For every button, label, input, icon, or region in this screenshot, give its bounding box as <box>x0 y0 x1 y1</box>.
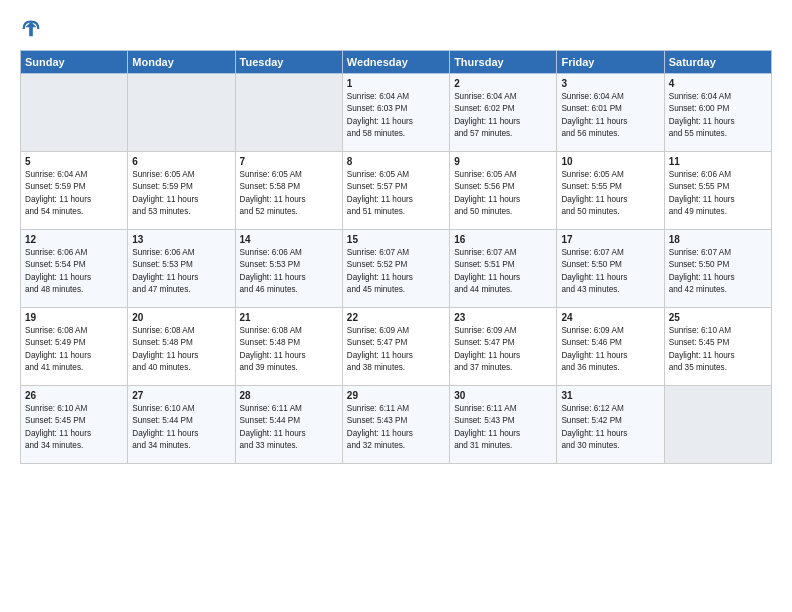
day-info: Sunrise: 6:04 AM Sunset: 6:01 PM Dayligh… <box>561 91 659 140</box>
day-number: 10 <box>561 156 659 167</box>
calendar-day-cell: 29Sunrise: 6:11 AM Sunset: 5:43 PM Dayli… <box>342 386 449 464</box>
weekday-header: Friday <box>557 51 664 74</box>
calendar-day-cell: 22Sunrise: 6:09 AM Sunset: 5:47 PM Dayli… <box>342 308 449 386</box>
day-number: 25 <box>669 312 767 323</box>
day-info: Sunrise: 6:04 AM Sunset: 6:00 PM Dayligh… <box>669 91 767 140</box>
day-number: 15 <box>347 234 445 245</box>
day-info: Sunrise: 6:12 AM Sunset: 5:42 PM Dayligh… <box>561 403 659 452</box>
day-number: 31 <box>561 390 659 401</box>
calendar-day-cell: 18Sunrise: 6:07 AM Sunset: 5:50 PM Dayli… <box>664 230 771 308</box>
day-info: Sunrise: 6:06 AM Sunset: 5:53 PM Dayligh… <box>240 247 338 296</box>
day-number: 2 <box>454 78 552 89</box>
weekday-header: Tuesday <box>235 51 342 74</box>
day-number: 30 <box>454 390 552 401</box>
day-info: Sunrise: 6:06 AM Sunset: 5:53 PM Dayligh… <box>132 247 230 296</box>
day-number: 7 <box>240 156 338 167</box>
calendar-day-cell: 17Sunrise: 6:07 AM Sunset: 5:50 PM Dayli… <box>557 230 664 308</box>
calendar-day-cell: 6Sunrise: 6:05 AM Sunset: 5:59 PM Daylig… <box>128 152 235 230</box>
page-header <box>20 18 772 40</box>
day-number: 13 <box>132 234 230 245</box>
day-info: Sunrise: 6:07 AM Sunset: 5:50 PM Dayligh… <box>561 247 659 296</box>
calendar-day-cell: 27Sunrise: 6:10 AM Sunset: 5:44 PM Dayli… <box>128 386 235 464</box>
header-row: SundayMondayTuesdayWednesdayThursdayFrid… <box>21 51 772 74</box>
calendar-day-cell <box>235 74 342 152</box>
calendar-day-cell: 3Sunrise: 6:04 AM Sunset: 6:01 PM Daylig… <box>557 74 664 152</box>
calendar-week-row: 1Sunrise: 6:04 AM Sunset: 6:03 PM Daylig… <box>21 74 772 152</box>
day-number: 14 <box>240 234 338 245</box>
day-number: 8 <box>347 156 445 167</box>
day-info: Sunrise: 6:05 AM Sunset: 5:59 PM Dayligh… <box>132 169 230 218</box>
calendar-day-cell: 26Sunrise: 6:10 AM Sunset: 5:45 PM Dayli… <box>21 386 128 464</box>
calendar-day-cell: 16Sunrise: 6:07 AM Sunset: 5:51 PM Dayli… <box>450 230 557 308</box>
calendar-day-cell: 28Sunrise: 6:11 AM Sunset: 5:44 PM Dayli… <box>235 386 342 464</box>
calendar-day-cell: 23Sunrise: 6:09 AM Sunset: 5:47 PM Dayli… <box>450 308 557 386</box>
day-info: Sunrise: 6:10 AM Sunset: 5:44 PM Dayligh… <box>132 403 230 452</box>
day-info: Sunrise: 6:06 AM Sunset: 5:55 PM Dayligh… <box>669 169 767 218</box>
calendar-day-cell: 2Sunrise: 6:04 AM Sunset: 6:02 PM Daylig… <box>450 74 557 152</box>
day-number: 5 <box>25 156 123 167</box>
calendar-day-cell: 13Sunrise: 6:06 AM Sunset: 5:53 PM Dayli… <box>128 230 235 308</box>
calendar-day-cell: 31Sunrise: 6:12 AM Sunset: 5:42 PM Dayli… <box>557 386 664 464</box>
calendar-day-cell: 19Sunrise: 6:08 AM Sunset: 5:49 PM Dayli… <box>21 308 128 386</box>
day-number: 22 <box>347 312 445 323</box>
weekday-header: Sunday <box>21 51 128 74</box>
day-info: Sunrise: 6:08 AM Sunset: 5:49 PM Dayligh… <box>25 325 123 374</box>
day-info: Sunrise: 6:07 AM Sunset: 5:51 PM Dayligh… <box>454 247 552 296</box>
calendar-day-cell: 8Sunrise: 6:05 AM Sunset: 5:57 PM Daylig… <box>342 152 449 230</box>
calendar-day-cell: 5Sunrise: 6:04 AM Sunset: 5:59 PM Daylig… <box>21 152 128 230</box>
day-number: 6 <box>132 156 230 167</box>
logo-icon <box>20 18 42 40</box>
day-number: 1 <box>347 78 445 89</box>
calendar-day-cell: 24Sunrise: 6:09 AM Sunset: 5:46 PM Dayli… <box>557 308 664 386</box>
day-info: Sunrise: 6:04 AM Sunset: 5:59 PM Dayligh… <box>25 169 123 218</box>
calendar-day-cell <box>664 386 771 464</box>
calendar-day-cell: 7Sunrise: 6:05 AM Sunset: 5:58 PM Daylig… <box>235 152 342 230</box>
day-number: 18 <box>669 234 767 245</box>
day-info: Sunrise: 6:04 AM Sunset: 6:02 PM Dayligh… <box>454 91 552 140</box>
day-number: 9 <box>454 156 552 167</box>
logo <box>20 18 46 40</box>
calendar-day-cell: 14Sunrise: 6:06 AM Sunset: 5:53 PM Dayli… <box>235 230 342 308</box>
calendar-day-cell: 25Sunrise: 6:10 AM Sunset: 5:45 PM Dayli… <box>664 308 771 386</box>
day-number: 27 <box>132 390 230 401</box>
calendar-day-cell: 21Sunrise: 6:08 AM Sunset: 5:48 PM Dayli… <box>235 308 342 386</box>
calendar-day-cell <box>128 74 235 152</box>
day-number: 24 <box>561 312 659 323</box>
day-number: 21 <box>240 312 338 323</box>
calendar-week-row: 12Sunrise: 6:06 AM Sunset: 5:54 PM Dayli… <box>21 230 772 308</box>
day-number: 26 <box>25 390 123 401</box>
day-info: Sunrise: 6:09 AM Sunset: 5:47 PM Dayligh… <box>454 325 552 374</box>
calendar-day-cell: 1Sunrise: 6:04 AM Sunset: 6:03 PM Daylig… <box>342 74 449 152</box>
calendar-week-row: 5Sunrise: 6:04 AM Sunset: 5:59 PM Daylig… <box>21 152 772 230</box>
day-info: Sunrise: 6:07 AM Sunset: 5:52 PM Dayligh… <box>347 247 445 296</box>
day-info: Sunrise: 6:11 AM Sunset: 5:43 PM Dayligh… <box>454 403 552 452</box>
day-info: Sunrise: 6:05 AM Sunset: 5:58 PM Dayligh… <box>240 169 338 218</box>
day-info: Sunrise: 6:06 AM Sunset: 5:54 PM Dayligh… <box>25 247 123 296</box>
day-info: Sunrise: 6:05 AM Sunset: 5:56 PM Dayligh… <box>454 169 552 218</box>
day-number: 23 <box>454 312 552 323</box>
day-info: Sunrise: 6:09 AM Sunset: 5:47 PM Dayligh… <box>347 325 445 374</box>
calendar-day-cell: 9Sunrise: 6:05 AM Sunset: 5:56 PM Daylig… <box>450 152 557 230</box>
day-number: 3 <box>561 78 659 89</box>
weekday-header: Thursday <box>450 51 557 74</box>
day-number: 19 <box>25 312 123 323</box>
day-info: Sunrise: 6:04 AM Sunset: 6:03 PM Dayligh… <box>347 91 445 140</box>
day-number: 4 <box>669 78 767 89</box>
weekday-header: Saturday <box>664 51 771 74</box>
calendar-day-cell: 12Sunrise: 6:06 AM Sunset: 5:54 PM Dayli… <box>21 230 128 308</box>
day-info: Sunrise: 6:10 AM Sunset: 5:45 PM Dayligh… <box>669 325 767 374</box>
day-number: 29 <box>347 390 445 401</box>
day-number: 16 <box>454 234 552 245</box>
calendar-day-cell: 30Sunrise: 6:11 AM Sunset: 5:43 PM Dayli… <box>450 386 557 464</box>
weekday-header: Monday <box>128 51 235 74</box>
calendar-week-row: 26Sunrise: 6:10 AM Sunset: 5:45 PM Dayli… <box>21 386 772 464</box>
day-number: 12 <box>25 234 123 245</box>
day-info: Sunrise: 6:07 AM Sunset: 5:50 PM Dayligh… <box>669 247 767 296</box>
day-info: Sunrise: 6:10 AM Sunset: 5:45 PM Dayligh… <box>25 403 123 452</box>
weekday-header: Wednesday <box>342 51 449 74</box>
day-info: Sunrise: 6:11 AM Sunset: 5:44 PM Dayligh… <box>240 403 338 452</box>
day-info: Sunrise: 6:05 AM Sunset: 5:55 PM Dayligh… <box>561 169 659 218</box>
calendar-day-cell <box>21 74 128 152</box>
day-info: Sunrise: 6:05 AM Sunset: 5:57 PM Dayligh… <box>347 169 445 218</box>
day-info: Sunrise: 6:11 AM Sunset: 5:43 PM Dayligh… <box>347 403 445 452</box>
